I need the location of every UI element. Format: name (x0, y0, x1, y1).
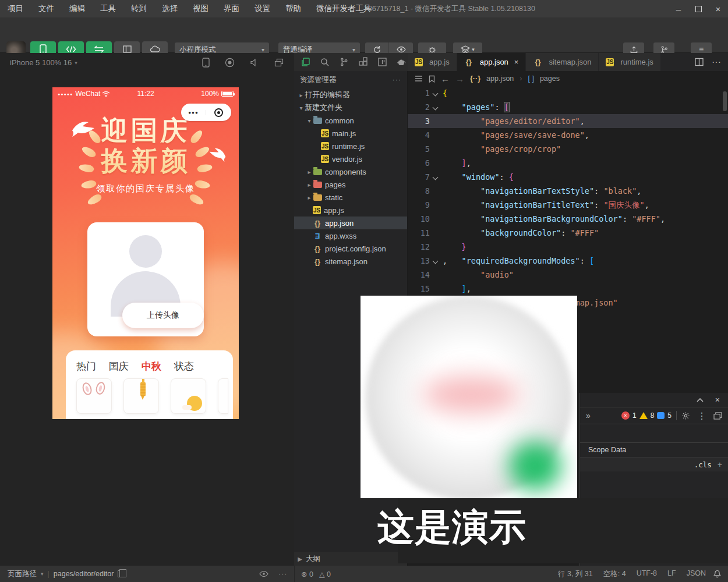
sticker-tab-国庆[interactable]: 国庆 (109, 360, 129, 373)
close-button[interactable]: × (708, 0, 728, 17)
minimize-button[interactable]: – (669, 0, 688, 17)
back-icon[interactable]: ← (441, 74, 450, 84)
maximize-button[interactable] (688, 0, 708, 17)
code-line-15[interactable]: 15 ], (408, 282, 728, 296)
mute-icon[interactable] (250, 58, 259, 67)
dock-side-icon[interactable] (713, 412, 722, 420)
teapot-icon[interactable] (395, 56, 408, 69)
npm-icon[interactable] (376, 56, 388, 69)
bookmark-icon[interactable] (429, 75, 435, 83)
code-line-14[interactable]: 14 "audio" (408, 268, 728, 282)
console-badges[interactable]: × 1 8 5 (621, 411, 672, 420)
code-line-11[interactable]: 11 "backgroundColor": "#FFF" (408, 226, 728, 240)
tree-item-components[interactable]: ▸components (294, 165, 407, 178)
code-line-1[interactable]: 1{ (408, 86, 728, 100)
code-line-8[interactable]: 8 "navigationBarTextStyle": "black", (408, 184, 728, 198)
code-line-2[interactable]: 2 "pages": [ (408, 100, 728, 114)
tree-item-app.json[interactable]: {}app.json (294, 217, 407, 229)
indent-setting[interactable]: 空格: 4 (603, 569, 626, 579)
upload-avatar-button[interactable]: 上传头像 (122, 303, 204, 328)
menu-设置[interactable]: 设置 (247, 0, 278, 17)
menu-帮助[interactable]: 帮助 (278, 0, 309, 17)
tab-app.js[interactable]: JSapp.js (408, 53, 457, 71)
add-icon[interactable]: + (718, 460, 722, 469)
tab-app.json[interactable]: {}app.json× (457, 53, 526, 71)
menu-转到[interactable]: 转到 (123, 0, 154, 17)
close-icon[interactable]: × (715, 395, 720, 404)
close-icon[interactable]: × (514, 58, 519, 66)
scope-data-section[interactable]: Scope Data (580, 442, 728, 457)
tree-item-打开的编辑器[interactable]: ▸打开的编辑器 (294, 88, 407, 101)
more-actions-icon[interactable]: ··· (278, 570, 288, 578)
code-line-6[interactable]: 6 ], (408, 156, 728, 170)
tree-item-新建文件夹[interactable]: ▾新建文件夹 (294, 101, 407, 114)
tree-item-vendor.js[interactable]: JSvendor.js (294, 152, 407, 165)
menu-界面[interactable]: 界面 (216, 0, 247, 17)
rotate-device-icon[interactable] (202, 58, 210, 68)
sticker-tab-中秋[interactable]: 中秋 (142, 360, 161, 373)
eye-icon[interactable] (259, 570, 268, 577)
tree-item-project.config.json[interactable]: {}project.config.json (294, 242, 407, 255)
code-line-4[interactable]: 4 "pages/save/save-done", (408, 128, 728, 142)
encoding-setting[interactable]: UTF-8 (637, 569, 657, 579)
tree-item-main.js[interactable]: JSmain.js (294, 127, 407, 140)
code-line-10[interactable]: 10 "navigationBarBackgroundColor": "#FFF… (408, 212, 728, 226)
kebab-menu-icon[interactable]: ⋮ (697, 410, 706, 421)
search-icon[interactable] (318, 56, 331, 69)
problems-indicator[interactable]: ⊗ 0 △ 0 (301, 570, 331, 579)
device-select[interactable]: iPhone 5 100% 16▾ (10, 58, 77, 67)
more-tabs-icon[interactable]: » (586, 411, 591, 420)
menu-视图[interactable]: 视图 (185, 0, 216, 17)
eol-setting[interactable]: LF (667, 569, 676, 579)
breadcrumb-node[interactable]: pages (540, 74, 560, 83)
code-line-12[interactable]: 12 } (408, 240, 728, 254)
tree-item-runtime.js[interactable]: JSruntime.js (294, 140, 407, 152)
record-icon[interactable] (225, 58, 235, 68)
tree-item-app.js[interactable]: JSapp.js (294, 204, 407, 217)
code-line-7[interactable]: 7 "window": { (408, 170, 728, 184)
split-editor-icon[interactable] (695, 58, 704, 66)
git-icon[interactable] (337, 56, 350, 69)
tree-item-app.wxss[interactable]: Ǝapp.wxss (294, 229, 407, 242)
language-mode[interactable]: JSON (687, 569, 706, 579)
collapse-icon[interactable] (697, 398, 704, 402)
capsule-exit-button[interactable] (206, 108, 231, 117)
cursor-position[interactable]: 行 3, 列 31 (558, 569, 593, 579)
sticker-tassel[interactable] (123, 378, 159, 414)
sticker-tab-状态[interactable]: 状态 (174, 360, 194, 373)
code-line-3[interactable]: 3 "pages/editor/editor", (408, 114, 728, 128)
tab-sitemap.json[interactable]: {}sitemap.json (526, 53, 599, 71)
menu-选择[interactable]: 选择 (154, 0, 185, 17)
tree-item-pages[interactable]: ▸pages (294, 178, 407, 191)
editor-scrollbar[interactable] (723, 91, 727, 111)
files-icon[interactable] (299, 56, 312, 69)
capsule-more-button[interactable]: ●●● (181, 110, 206, 115)
forward-icon[interactable]: → (455, 74, 464, 84)
sticker-moon[interactable] (171, 378, 206, 414)
more-actions-icon[interactable]: ··· (393, 76, 402, 84)
detach-window-icon[interactable] (274, 58, 284, 67)
menu-工具[interactable]: 工具 (93, 0, 123, 17)
tree-item-sitemap.json[interactable]: {}sitemap.json (294, 255, 407, 268)
sticker-partial[interactable] (218, 378, 228, 414)
page-path-control[interactable]: 页面路径 ▾ | pages/editor/editor (0, 569, 123, 579)
menu-编辑[interactable]: 编辑 (62, 0, 93, 17)
tree-item-common[interactable]: ▾common (294, 114, 407, 127)
sticker-tab-热门[interactable]: 热门 (76, 360, 96, 373)
tree-item-static[interactable]: ▸static (294, 191, 407, 204)
fold-chevron-icon[interactable] (433, 175, 439, 180)
code-line-9[interactable]: 9 "navigationBarTitleText": "国庆头像", (408, 198, 728, 212)
menu-文件[interactable]: 文件 (31, 0, 62, 17)
code-line-13[interactable]: 13, "requiredBackgroundModes": [ (408, 254, 728, 268)
bell-icon[interactable] (713, 570, 721, 578)
more-actions-icon[interactable]: ··· (712, 57, 721, 68)
fold-chevron-icon[interactable] (433, 105, 439, 111)
code-line-5[interactable]: 5 "pages/crop/crop" (408, 142, 728, 156)
class-filter-row[interactable]: .cls + (580, 457, 728, 471)
tab-runtime.js[interactable]: JSruntime.js (599, 53, 660, 71)
fold-chevron-icon[interactable] (433, 258, 439, 264)
copy-icon[interactable] (118, 570, 123, 577)
extensions-icon[interactable] (356, 56, 369, 69)
sticker-bunny-ears[interactable] (76, 378, 112, 414)
fold-chevron-icon[interactable] (433, 91, 439, 97)
